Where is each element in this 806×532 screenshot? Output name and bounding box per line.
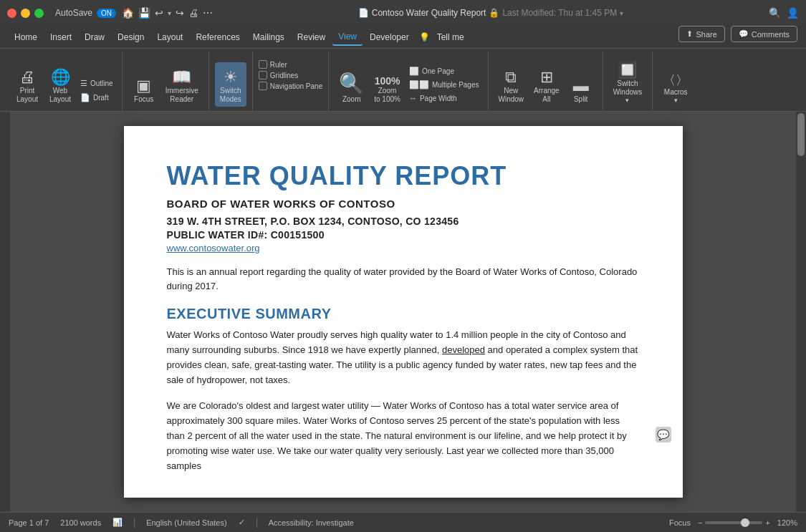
more-icon[interactable]: ⋯ (203, 7, 213, 19)
gridlines-check[interactable]: Gridlines (259, 71, 322, 79)
page-indicator: Page 1 of 7 (9, 518, 49, 527)
search-icon[interactable]: 🔍 (769, 7, 781, 19)
multiple-pages-button[interactable]: ⬜⬜ Multiple Pages (406, 79, 482, 91)
word-count-icon: 📊 (112, 518, 123, 527)
gridlines-label: Gridlines (270, 72, 298, 79)
switch-windows-dropdown[interactable]: ▾ (625, 97, 629, 104)
scrollbar[interactable] (796, 112, 806, 512)
autosave-label: AutoSave (55, 8, 92, 18)
ribbon-group-zoom: 🔍 Zoom 100% Zoomto 100% ⬜ One Page ⬜⬜ Mu… (329, 52, 488, 111)
home-icon[interactable]: 🏠 (122, 7, 134, 19)
accessibility-label[interactable]: Accessibility: Investigate (269, 518, 354, 527)
minimize-button[interactable] (21, 9, 30, 18)
navigation-check[interactable]: Navigation Pane (259, 82, 322, 90)
menu-tell-me[interactable]: Tell me (431, 29, 470, 45)
menu-draw[interactable]: Draw (79, 29, 110, 45)
web-layout-button[interactable]: 🌐 WebLayout (44, 62, 76, 107)
comment-bubble[interactable]: 💬 (656, 427, 671, 442)
status-separator-1 (134, 518, 135, 528)
zoom-percentage[interactable]: 120% (777, 518, 797, 527)
focus-button[interactable]: Focus (669, 518, 691, 527)
zoom-slider-track[interactable] (705, 521, 762, 524)
menu-mailings[interactable]: Mailings (247, 29, 290, 45)
new-window-button[interactable]: ⧉ NewWindow (494, 62, 529, 107)
undo-dropdown-icon[interactable]: ▾ (168, 9, 171, 17)
macros-icon: 〈〉 (663, 74, 689, 87)
language-selector[interactable]: English (United States) (146, 518, 227, 527)
ribbon-group-switch: ☀ SwitchModes (209, 52, 253, 111)
macros-label: Macros (664, 88, 688, 97)
zoom-plus-button[interactable]: + (765, 518, 769, 527)
switch-modes-button[interactable]: ☀ SwitchModes (215, 62, 246, 107)
new-window-label: NewWindow (499, 87, 524, 104)
menu-home[interactable]: Home (9, 29, 43, 45)
zoom-controls: − + (698, 518, 770, 527)
draft-icon: 📄 (80, 93, 90, 102)
profile-icon[interactable]: 👤 (787, 7, 799, 19)
document-title-area: 📄 Contoso Water Quality Report 🔒 Last Mo… (219, 8, 763, 18)
redo-icon[interactable]: ↪ (176, 7, 184, 19)
status-bar: Page 1 of 7 2100 words 📊 English (United… (0, 512, 806, 532)
document-intro: This is an annual report regarding the q… (167, 265, 640, 295)
page-width-button[interactable]: ↔ Page Width (406, 92, 482, 104)
document-area: WATER QUALITY REPORT BOARD OF WATER WORK… (10, 112, 796, 512)
split-button[interactable]: ▬ Split (565, 62, 597, 107)
undo-icon[interactable]: ↩ (155, 7, 163, 19)
status-right: Focus − + 120% (669, 518, 797, 527)
menu-developer[interactable]: Developer (364, 29, 415, 45)
zoom-100-button[interactable]: 100% Zoomto 100% (370, 62, 405, 107)
menu-layout[interactable]: Layout (151, 29, 188, 45)
macros-items: 〈〉 Macros ▾ (658, 53, 693, 110)
switch-modes-icon: ☀ (224, 69, 238, 85)
word-count: 2100 words (60, 518, 101, 527)
document-website[interactable]: www.contosowater.org (167, 243, 640, 253)
left-margin (0, 112, 10, 512)
page-view-options: ⬜ One Page ⬜⬜ Multiple Pages ↔ Page Widt… (406, 65, 482, 107)
web-layout-icon: 🌐 (51, 69, 70, 85)
scrollbar-thumb[interactable] (797, 113, 805, 156)
section1-body2: We are Colorado's oldest and largest wat… (167, 399, 640, 473)
split-label: Split (574, 95, 587, 104)
focus-button[interactable]: ▣ Focus (128, 62, 160, 107)
macros-button[interactable]: 〈〉 Macros ▾ (658, 62, 693, 107)
menu-review[interactable]: Review (292, 29, 331, 45)
share-button[interactable]: ⬆ Share (678, 26, 724, 42)
immersive-reader-button[interactable]: 📖 ImmersiveReader (161, 62, 203, 107)
ruler-checkbox[interactable] (259, 60, 267, 69)
page-width-label: Page Width (420, 95, 457, 102)
modified-text: Last Modified: Thu at 1:45 PM (502, 8, 617, 18)
zoom-slider-thumb[interactable] (741, 518, 749, 527)
comments-button[interactable]: 💬 Comments (731, 26, 797, 42)
ribbon-group-immersive: ▣ Focus 📖 ImmersiveReader (123, 52, 209, 111)
one-page-button[interactable]: ⬜ One Page (406, 65, 482, 77)
close-button[interactable] (7, 9, 16, 18)
macros-dropdown[interactable]: ▾ (674, 97, 678, 104)
title-dropdown-icon[interactable]: ▾ (620, 9, 623, 17)
new-window-icon: ⧉ (505, 69, 517, 85)
gridlines-checkbox[interactable] (259, 71, 267, 79)
document-address2: PUBLIC WATER ID#: C00151500 (167, 229, 640, 241)
save-icon[interactable]: 💾 (138, 7, 150, 19)
zoom-100-icon: 100% (375, 75, 400, 87)
menu-view[interactable]: View (332, 29, 363, 46)
print-icon[interactable]: 🖨 (188, 7, 198, 19)
ruler-check[interactable]: Ruler (259, 60, 322, 69)
print-layout-button[interactable]: 🖨 PrintLayout (11, 62, 43, 107)
comments-icon: 💬 (739, 29, 749, 39)
zoom-minus-button[interactable]: − (698, 518, 702, 527)
ruler-label: Ruler (270, 61, 287, 69)
arrange-all-button[interactable]: ⊞ ArrangeAll (529, 62, 564, 107)
focus-icon: ▣ (136, 78, 151, 94)
navigation-checkbox[interactable] (259, 82, 267, 90)
focus-label: Focus (134, 95, 153, 104)
outline-button[interactable]: ☰ Outline (77, 77, 116, 90)
switch-windows-button[interactable]: 🔲 SwitchWindows ▾ (609, 62, 647, 107)
menu-insert[interactable]: Insert (44, 29, 77, 45)
maximize-button[interactable] (34, 9, 44, 18)
window-controls[interactable] (7, 9, 44, 18)
autosave-toggle[interactable]: ON (97, 9, 116, 18)
menu-design[interactable]: Design (112, 29, 150, 45)
draft-button[interactable]: 📄 Draft (77, 91, 116, 104)
menu-references[interactable]: References (190, 29, 245, 45)
zoom-button[interactable]: 🔍 Zoom (335, 62, 368, 107)
